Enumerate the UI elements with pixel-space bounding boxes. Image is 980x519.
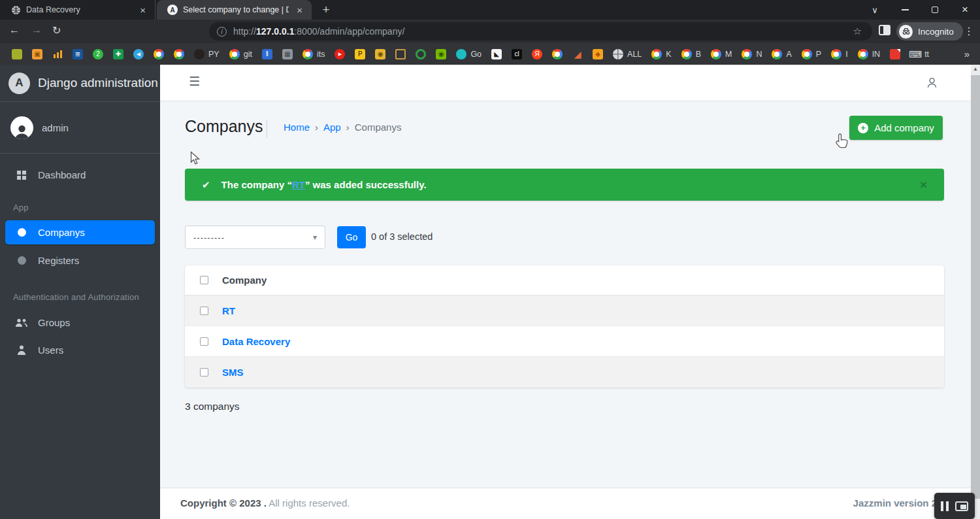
keyboard-bookmark[interactable]: ⌨tt: [910, 49, 929, 59]
google-bookmark-icon: [858, 49, 868, 59]
camera-bookmark[interactable]: ◉: [375, 49, 385, 59]
django-admin-favicon-icon: A: [167, 5, 178, 15]
bird-doc-bookmark-icon: ◣: [491, 49, 502, 59]
sidebar-toggle-icon[interactable]: ☰: [189, 74, 200, 89]
bank-bookmark[interactable]: ▦: [282, 49, 293, 59]
google-bookmark[interactable]: its: [302, 49, 325, 59]
tab-close-icon[interactable]: ×: [294, 5, 305, 16]
row-checkbox[interactable]: [200, 337, 208, 346]
breadcrumb-home-link[interactable]: Home: [284, 122, 310, 133]
bookmark-label: I: [845, 50, 847, 59]
pdf-bookmark[interactable]: [890, 49, 900, 59]
go-button[interactable]: Go: [337, 226, 366, 248]
cl-bookmark[interactable]: cl: [512, 49, 522, 59]
tab-search-icon[interactable]: ∨: [860, 0, 890, 20]
ieee-bookmark[interactable]: ≣: [73, 49, 83, 59]
sidebar-item-groups[interactable]: Groups: [5, 310, 155, 335]
forward-button[interactable]: →: [31, 24, 42, 36]
sidebar-item-users[interactable]: Users: [5, 338, 155, 362]
google-bookmark-icon: [229, 49, 240, 59]
github-bookmark[interactable]: PY: [194, 49, 220, 59]
barcode-bookmark[interactable]: ‖: [262, 49, 272, 59]
tab-close-icon[interactable]: ×: [137, 5, 148, 16]
company-link[interactable]: RT: [292, 179, 305, 190]
tab-data-recovery[interactable]: Data Recovery ×: [0, 0, 155, 20]
google-bookmark[interactable]: N: [742, 49, 762, 59]
analytics-bars-bookmark[interactable]: [52, 49, 63, 59]
alert-close-icon[interactable]: ×: [920, 178, 927, 192]
close-window-button[interactable]: ×: [950, 0, 980, 20]
google-bookmark[interactable]: [154, 49, 164, 59]
green-ring-bookmark[interactable]: [416, 49, 426, 59]
google-bookmark-icon: [302, 49, 313, 59]
sidebar-item-registers[interactable]: Registers: [5, 248, 155, 273]
user-menu-icon[interactable]: [926, 76, 938, 92]
breadcrumb-app-link[interactable]: App: [323, 122, 341, 133]
p-yellow-bookmark[interactable]: P: [355, 49, 365, 59]
address-bar[interactable]: i http://127.0.0.1:8000/admin/app/compan…: [209, 22, 872, 41]
site-info-icon[interactable]: i: [217, 27, 227, 37]
select-all-checkbox[interactable]: [200, 276, 208, 284]
browser-toolbar: ← → ↻ i http://127.0.0.1:8000/admin/app/…: [0, 20, 980, 43]
sidebar-item-dashboard[interactable]: Dashboard: [5, 163, 155, 187]
telegram-bookmark[interactable]: ◄: [133, 49, 144, 59]
google-bookmark[interactable]: [174, 49, 184, 59]
orange-box-bookmark[interactable]: ▣: [32, 49, 42, 59]
google-bookmark[interactable]: A: [772, 49, 791, 59]
side-panel-icon[interactable]: [879, 25, 890, 35]
bookmark-star-icon[interactable]: ☆: [853, 25, 862, 37]
company-row-link[interactable]: SMS: [222, 367, 244, 378]
bookmarks-overflow-icon[interactable]: »: [954, 48, 980, 59]
scroll-up-icon[interactable]: ▲: [971, 66, 980, 72]
google-bookmark[interactable]: [552, 49, 563, 59]
brand[interactable]: A Django administration: [0, 65, 160, 102]
google-bookmark[interactable]: I: [831, 49, 847, 59]
company-row-link[interactable]: RT: [222, 305, 235, 316]
minimize-button[interactable]: [890, 0, 920, 20]
google-bookmark[interactable]: B: [681, 49, 701, 59]
action-select[interactable]: --------- ▾: [185, 226, 325, 249]
add-company-button[interactable]: + Add company: [849, 116, 943, 140]
godaddy-bookmark[interactable]: Go: [456, 49, 482, 59]
new-tab-button[interactable]: +: [318, 2, 334, 18]
row-checkbox[interactable]: [200, 307, 208, 315]
chat-badge-bookmark[interactable]: 2: [93, 49, 103, 59]
django-logo-icon: A: [8, 73, 30, 94]
chevron-down-icon: ▾: [313, 233, 317, 242]
google-bookmark[interactable]: K: [651, 49, 671, 59]
column-header-company[interactable]: Company: [222, 275, 267, 286]
amber-bookmark[interactable]: ◆: [593, 49, 603, 59]
sidebar-item-companys[interactable]: Companys: [5, 220, 155, 244]
user-panel[interactable]: admin: [0, 102, 160, 154]
pause-icon[interactable]: [941, 501, 949, 511]
scrollbar-thumb[interactable]: [971, 75, 980, 499]
picture-in-picture-icon[interactable]: [955, 501, 968, 511]
bookmark-label: K: [666, 50, 671, 59]
globe-all-bookmark[interactable]: ALL: [613, 49, 642, 59]
nvidia-bookmark-icon: ◉: [436, 49, 446, 59]
tab-select-company[interactable]: A Select company to change | Djan ×: [157, 0, 312, 20]
yandex-bookmark[interactable]: Я: [532, 49, 542, 59]
matlab-bookmark[interactable]: ◢: [572, 49, 583, 59]
analytics-bars-bookmark-icon: [52, 49, 63, 59]
company-row-link[interactable]: Data Recovery: [222, 336, 290, 347]
youtube-bookmark[interactable]: ▶: [335, 49, 345, 59]
dashboard-icon: [10, 173, 33, 177]
google-bookmark[interactable]: git: [229, 49, 252, 59]
google-bookmark[interactable]: P: [802, 49, 821, 59]
google-bookmark[interactable]: IN: [858, 49, 881, 59]
row-checkbox[interactable]: [200, 368, 208, 377]
bird-doc-bookmark[interactable]: ◣: [491, 49, 502, 59]
scrollbar[interactable]: ▲: [971, 65, 980, 519]
globe-all-bookmark-icon: [613, 49, 623, 59]
green-cross-bookmark[interactable]: ✚: [113, 49, 123, 59]
leaf-bookmark[interactable]: [12, 49, 22, 59]
maximize-button[interactable]: [920, 0, 950, 20]
cart-bookmark[interactable]: [395, 49, 406, 59]
username: admin: [42, 122, 69, 133]
browser-menu-icon[interactable]: ⋮: [964, 25, 974, 37]
back-button[interactable]: ←: [9, 24, 20, 36]
google-bookmark[interactable]: M: [711, 49, 732, 59]
reload-button[interactable]: ↻: [52, 24, 61, 37]
nvidia-bookmark[interactable]: ◉: [436, 49, 446, 59]
